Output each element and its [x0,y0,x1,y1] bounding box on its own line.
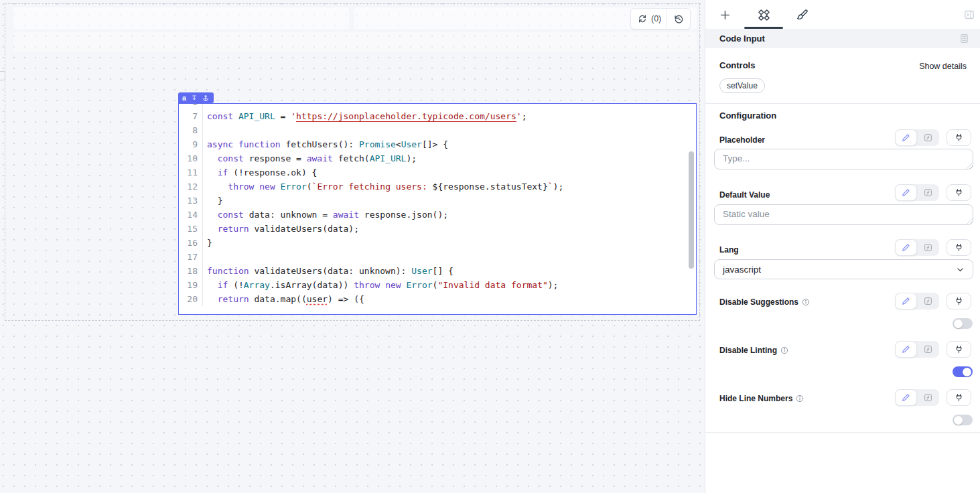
code-token: User [401,139,422,149]
code-token: Error [281,182,307,192]
edit-mode-button[interactable] [895,341,917,358]
plus-icon [719,9,731,21]
edit-mode-button[interactable] [895,293,917,309]
code-token: fetch( [338,153,370,163]
disable-suggestions-mode-controls [895,293,971,309]
code-line[interactable]: const API_URL = 'https://jsonplaceholder… [207,109,696,123]
disable-linting-label: Disable Linting [719,346,788,355]
editor-scrollbar[interactable] [689,151,694,269]
code-line[interactable]: } [207,194,696,208]
setvalue-button[interactable]: setValue [719,78,765,93]
placeholder-input[interactable] [714,149,973,169]
code-line[interactable]: function validateUsers(data: unknown): U… [207,264,696,278]
function-mode-button[interactable] [917,341,939,358]
anchor-icon [202,94,209,102]
bind-data-button[interactable] [947,293,971,309]
lang-select[interactable]: javascript [714,259,973,279]
bind-data-button[interactable] [947,389,971,406]
edit-mode-button[interactable] [895,389,917,406]
code-token: await [333,210,364,220]
code-line[interactable]: return validateUsers(data); [207,222,696,236]
edit-mode-button[interactable] [895,239,917,256]
document-icon[interactable] [959,33,969,44]
history-button[interactable] [667,9,690,29]
line-number: 9 [179,137,198,151]
code-token: .isArray(data)) [270,280,354,290]
info-icon[interactable] [802,298,810,306]
code-line[interactable]: return data.map((user) => ({ [207,292,696,306]
code-token: ); [548,280,559,290]
code-line[interactable] [207,104,696,109]
bind-data-button[interactable] [947,129,971,146]
edit-mode-button[interactable] [895,184,917,201]
collapse-panel-icon [964,9,975,20]
bind-data-button[interactable] [947,341,971,358]
section-divider [705,103,980,104]
edit-mode-button[interactable] [895,129,917,146]
code-line[interactable]: const response = await fetch(API_URL); [207,151,696,165]
canvas-resize-handle[interactable] [0,71,5,80]
function-mode-button[interactable] [917,389,939,406]
empty-zone[interactable] [13,32,697,52]
code-line[interactable] [207,123,696,137]
height-icon [191,94,198,102]
add-tab[interactable] [717,7,732,22]
code-line[interactable]: throw new Error(`Error fetching users: $… [207,180,696,194]
line-number: 17 [179,250,198,264]
code-token: `Error fetching users: [312,182,433,192]
code-token: ); [406,153,417,163]
info-icon[interactable] [796,395,804,403]
function-mode-button[interactable] [917,129,939,146]
code-token: ; [522,111,527,121]
code-line[interactable] [207,250,696,264]
collapse-panel-button[interactable] [962,7,977,22]
code-token: ( [307,182,312,192]
line-number: 20 [179,292,198,306]
disable-linting-toggle[interactable] [953,366,973,377]
widgets-tab[interactable] [756,7,771,22]
code-token [207,153,218,163]
refresh-button[interactable]: (0) [631,9,667,29]
code-lines[interactable]: const API_URL = 'https://jsonplaceholder… [203,104,696,306]
bind-data-button[interactable] [947,239,971,256]
code-token: []> { [422,139,448,149]
code-token: < [396,139,401,149]
code-token: data.map(( [254,294,306,304]
code-token: ) => ({ [328,294,364,304]
function-mode-button[interactable] [917,184,939,201]
code-line[interactable]: if (!Array.isArray(data)) throw new Erro… [207,278,696,292]
code-token: throw [354,280,385,290]
hide-line-numbers-toggle[interactable] [953,415,973,425]
widget-name-badge[interactable]: a [178,92,214,103]
code-token: (! [233,280,244,290]
code-line[interactable]: async function fetchUsers(): Promise<Use… [207,137,696,151]
code-line[interactable]: const data: unknown = await response.jso… [207,208,696,222]
style-tab[interactable] [795,7,810,22]
code-line[interactable]: } [207,236,696,250]
canvas[interactable]: (0) a [0,0,705,493]
code-token: response = [249,153,307,163]
line-number: 10 [179,151,198,165]
code-input-widget[interactable]: 67891011121314151617181920 const API_URL… [178,103,697,315]
code-editor[interactable]: 67891011121314151617181920 const API_URL… [179,104,696,314]
function-mode-button[interactable] [917,239,939,256]
function-icon [924,133,932,142]
widget-title: Code Input [719,33,959,44]
code-line[interactable]: if (!response.ok) { [207,165,696,180]
bind-data-button[interactable] [947,184,971,201]
info-icon[interactable] [780,346,788,354]
empty-zone[interactable] [13,7,349,29]
configuration-heading: Configuration [719,111,776,121]
default-value-input[interactable] [714,204,973,225]
line-number: 8 [179,123,198,137]
code-token: return [218,294,255,304]
disable-suggestions-toggle[interactable] [953,318,973,329]
bind-icon [955,243,963,252]
line-number: 18 [179,264,198,278]
disable-suggestions-label: Disable Suggestions [719,297,810,307]
function-mode-button[interactable] [917,293,939,309]
code-token: } [207,196,222,206]
show-details-link[interactable]: Show details [919,62,967,71]
hide-line-numbers-mode-controls [895,389,971,406]
code-token: new [385,280,406,290]
